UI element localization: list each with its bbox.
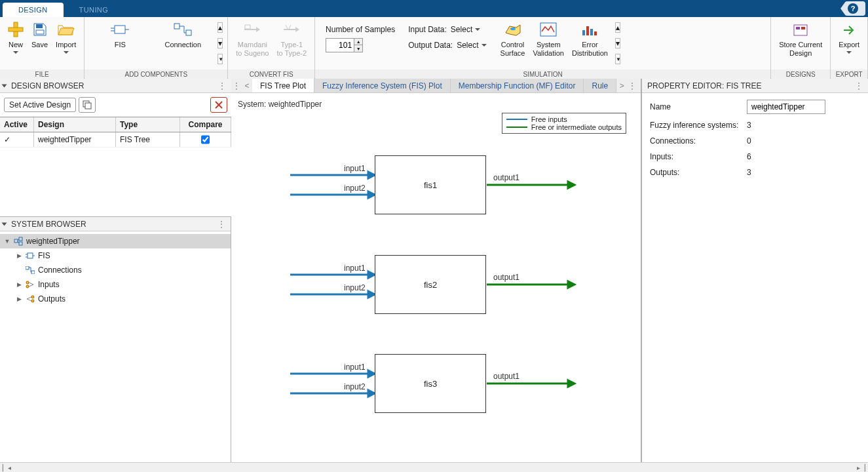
import-button[interactable]: Import [52,20,80,67]
gallery-dropdown-up[interactable]: ▴ [217,22,223,33]
caret-right-icon[interactable]: ▶ [16,296,22,302]
set-active-design-button[interactable]: Set Active Design [4,98,76,112]
svg-rect-9 [186,30,191,35]
add-fis-button[interactable]: FIS [88,20,151,67]
svg-rect-4 [115,26,125,33]
output-data-select[interactable]: Select [457,41,486,50]
design-row[interactable]: ✓ weightedTipper FIS Tree [0,132,231,148]
fis-node[interactable]: fis1 [375,155,486,214]
spinner-down[interactable]: ▼ [354,45,362,52]
port-label: input2 [344,382,366,391]
horizontal-scrollbar[interactable]: ▏◂ ▸▕ [0,462,868,472]
mamdani-to-sugeno-button: Mamdani to Sugeno [232,20,273,67]
store-design-button[interactable]: Store Current Design [775,20,826,67]
add-connection-button[interactable]: Connection [151,20,214,67]
control-surface-button[interactable]: Control Surface [497,20,529,67]
help-button[interactable]: ? [840,1,865,16]
error-distribution-button[interactable]: Error Distribution [568,20,612,67]
prop-value: 3 [747,168,751,177]
fis-node[interactable]: fis2 [375,255,486,314]
svg-rect-2 [36,24,43,28]
scroll-right-icon[interactable]: ▸▕ [857,464,865,471]
num-samples-spinner[interactable]: ▲▼ [326,38,363,52]
tree-item-inputs[interactable]: ▶ Inputs [0,277,231,292]
svg-point-44 [31,300,34,302]
collapse-icon[interactable] [2,222,7,226]
svg-rect-23 [85,103,91,109]
port-label: input1 [344,164,366,173]
svg-line-41 [27,297,31,299]
num-samples-label: Number of Samples [326,25,395,34]
spinner-up[interactable]: ▲ [354,39,362,45]
input-data-select[interactable]: Select [451,25,480,34]
svg-rect-17 [590,29,593,35]
tree-item-fis[interactable]: ▶ FIS [0,248,231,263]
panel-menu-icon[interactable]: ⋮ [215,220,228,229]
sim-gallery-more[interactable]: ▼ [615,54,620,64]
save-button[interactable]: Save [28,20,52,67]
property-editor-panel: PROPERTY EDITOR: FIS TREE ⋮ Name Fuzzy i… [641,79,868,462]
port-label: input1 [344,264,366,273]
delete-design-button[interactable] [210,97,227,113]
tree-root-label: weightedTipper [26,237,80,246]
folder-open-icon [58,20,75,39]
tab-tuning[interactable]: TUNING [64,3,124,17]
connection-icon [174,20,192,39]
help-icon: ? [848,3,858,14]
input-data-label: Input Data: [408,25,447,34]
gallery-dropdown-more[interactable]: ▼ [217,54,223,64]
sim-gallery-up[interactable]: ▴ [615,22,620,33]
svg-point-43 [31,296,34,298]
compare-checkbox[interactable] [201,135,210,144]
col-type: Type [116,117,180,132]
export-icon [841,20,857,39]
tab-menu-icon[interactable]: ⋮ [627,81,637,90]
sim-gallery-down[interactable]: ▾ [615,38,620,49]
main-area: DESIGN BROWSER ⋮ Set Active Design Activ… [0,79,868,462]
caret-right-icon[interactable]: ▶ [16,252,22,259]
tree-root[interactable]: ▼ weightedTipper [0,234,231,248]
name-input[interactable] [747,100,825,114]
svg-rect-26 [14,239,18,243]
num-samples-input[interactable] [326,39,354,52]
tab-fis-tree-plot[interactable]: FIS Tree Plot [252,79,314,93]
col-active: Active [0,117,34,132]
tab-nav-prev[interactable]: < [242,81,252,90]
tab-fis-plot[interactable]: Fuzzy Inference System (FIS) Plot [314,79,451,93]
tab-mf-editor[interactable]: Membership Function (MF) Editor [451,79,584,93]
center-panel: ⋮ < FIS Tree Plot Fuzzy Inference System… [231,79,641,462]
svg-point-38 [26,285,29,288]
histogram-icon [581,20,598,39]
tree-item-outputs[interactable]: ▶ Outputs [0,292,231,306]
tab-design[interactable]: DESIGN [3,3,64,17]
plus-icon [8,20,24,39]
port-label: input2 [344,283,366,292]
tab-nav-left[interactable]: ⋮ [231,81,242,90]
panel-menu-icon[interactable]: ⋮ [216,81,229,90]
tree-item-connections[interactable]: Connections [0,263,231,277]
panel-menu-icon[interactable]: ⋮ [852,81,865,90]
surface-icon [504,20,521,39]
copy-design-button[interactable] [79,97,96,113]
inputs-icon [25,281,35,288]
port-label: input2 [344,184,366,193]
prop-value: 0 [747,136,751,146]
tab-nav-next[interactable]: > [616,81,627,90]
caret-down-icon[interactable]: ▼ [4,238,10,245]
design-name-cell: weightedTipper [34,132,116,147]
caret-right-icon[interactable]: ▶ [16,281,22,288]
tab-rule[interactable]: Rule [584,79,616,93]
new-button[interactable]: New [4,20,28,67]
svg-point-13 [510,28,516,30]
collapse-icon[interactable] [2,84,7,87]
export-button[interactable]: Export [835,20,863,67]
scroll-left-icon[interactable]: ▏◂ [3,464,11,471]
fis-node[interactable]: fis3 [375,354,486,413]
svg-line-42 [27,299,31,301]
system-validation-button[interactable]: System Validation [529,20,568,67]
fis-block-icon [111,20,129,39]
svg-rect-27 [19,237,22,241]
gallery-dropdown-down[interactable]: ▾ [217,38,223,49]
fis-tree-plot[interactable]: System: weightedTipper Free inputs Free … [231,93,641,462]
port-label: output1 [493,372,519,381]
